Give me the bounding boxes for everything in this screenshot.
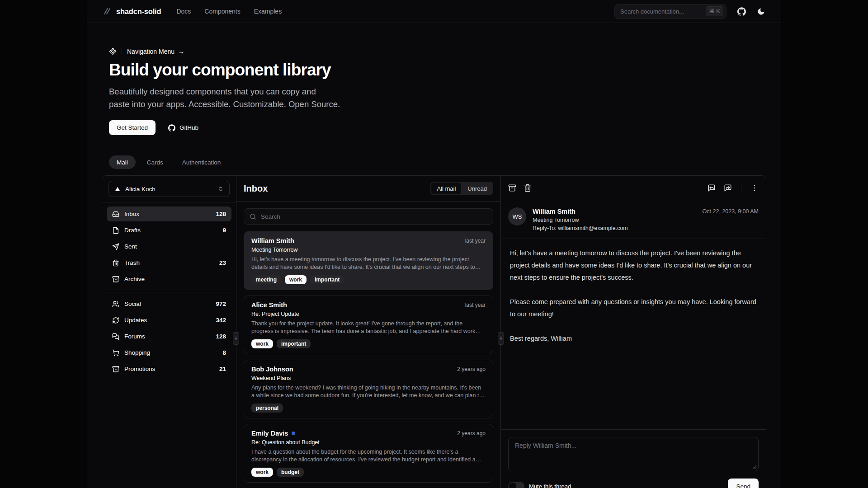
sidebar-item-count: 128 [216, 333, 226, 340]
sidebar-item-shopping[interactable]: Shopping 8 [107, 345, 231, 360]
pane-resize-handle[interactable] [233, 332, 239, 345]
filter-all-mail[interactable]: All mail [431, 183, 461, 194]
email-detail-header: WS William Smith Meeting Tomorrow Reply-… [501, 200, 766, 239]
mail-search [244, 208, 493, 225]
reply-button[interactable] [708, 184, 716, 192]
sidebar-item-archive[interactable]: Archive [107, 272, 231, 286]
label-badge[interactable]: work [251, 468, 273, 477]
get-started-button[interactable]: Get Started [109, 120, 156, 135]
refresh-icon [112, 317, 119, 324]
archive-icon [112, 366, 119, 373]
sidebar-item-inbox[interactable]: Inbox 128 [107, 206, 231, 221]
email-subject: Meeting Tomorrow [251, 247, 486, 253]
account-switcher[interactable]: Alicia Koch [108, 181, 230, 197]
mail-list-item[interactable]: Alice Smith last year Re: Project Update… [244, 296, 493, 354]
github-icon[interactable] [737, 7, 746, 16]
email-snippet: Thank you for the project update. It loo… [251, 320, 486, 335]
sidebar-item-count: 9 [222, 227, 226, 234]
sidebar-item-label: Social [124, 300, 141, 307]
label-badge[interactable]: important [277, 339, 311, 348]
unread-dot [292, 432, 295, 435]
reply-textarea[interactable] [509, 437, 758, 471]
sidebar-item-count: 128 [216, 211, 226, 217]
shopping-cart-icon [112, 349, 119, 357]
email-time: 2 years ago [457, 366, 486, 372]
sidebar-item-label: Shopping [124, 349, 150, 356]
arrow-right-icon: → [178, 48, 184, 55]
reply-section: Mute this thread Send [501, 429, 766, 488]
sidebar-item-drafts[interactable]: Drafts 9 [107, 223, 231, 238]
sidebar-item-count: 8 [222, 349, 226, 356]
mail-list-item[interactable]: William Smith last year Meeting Tomorrow… [244, 231, 493, 290]
sidebar-item-social[interactable]: Social 972 [107, 296, 231, 311]
mail-sidebar: Alicia Koch Inbox 128 Drafts 9 [102, 176, 236, 488]
email-sender: William Smith [251, 237, 294, 244]
navbar-actions: Search documentation... ⌘ K [614, 4, 765, 19]
nav-link-examples[interactable]: Examples [254, 8, 282, 15]
announcement-link[interactable]: Navigation Menu → [109, 47, 759, 55]
inbox-title: Inbox [244, 183, 268, 194]
sidebar-item-label: Sent [124, 243, 137, 250]
sidebar-item-promotions[interactable]: Promotions 21 [107, 361, 231, 376]
mute-thread-switch[interactable] [508, 482, 524, 488]
avatar: WS [508, 207, 526, 225]
mail-filter-toggle: All mail Unread [430, 182, 493, 195]
more-menu-button[interactable] [750, 184, 759, 192]
trash-button[interactable] [524, 184, 532, 192]
nav-links: Docs Components Examples [176, 8, 282, 15]
label-badge[interactable]: personal [251, 404, 283, 413]
hero-subtitle-line2: paste into your apps. Accessible. Custom… [109, 98, 759, 111]
nav-link-docs[interactable]: Docs [176, 8, 191, 15]
component-icon [109, 47, 117, 55]
tab-mail[interactable]: Mail [109, 155, 136, 169]
messages-square-icon [112, 333, 119, 340]
sidebar-item-label: Archive [124, 276, 145, 282]
mail-app: Alicia Koch Inbox 128 Drafts 9 [102, 175, 766, 488]
hero-subtitle: Beautifully designed components that you… [109, 85, 759, 111]
label-badge[interactable]: important [310, 275, 344, 284]
moon-icon[interactable] [757, 7, 765, 16]
label-badge[interactable]: work [285, 275, 307, 284]
search-docs-placeholder: Search documentation... [620, 8, 684, 15]
mail-list-pane: Inbox All mail Unread William Smith [236, 176, 501, 488]
detail-sender-name: William Smith [533, 208, 628, 215]
sidebar-item-label: Trash [124, 259, 140, 266]
brand[interactable]: shadcn-solid [103, 7, 161, 16]
toolbar-divider [741, 183, 741, 193]
tab-authentication[interactable]: Authentication [175, 155, 229, 169]
page: shadcn-solid Docs Components Examples Se… [87, 0, 781, 488]
mute-thread-label: Mute this thread [529, 483, 571, 488]
chevrons-up-down-icon [217, 186, 224, 192]
eyebrow-label: Navigation Menu [127, 48, 175, 55]
label-badge[interactable]: work [251, 339, 273, 348]
folder-nav: Inbox 128 Drafts 9 Sent Trash 23 [102, 202, 236, 292]
sidebar-item-count: 23 [219, 259, 226, 266]
forward-button[interactable] [724, 184, 732, 192]
sidebar-item-trash[interactable]: Trash 23 [107, 255, 231, 270]
tab-cards[interactable]: Cards [139, 155, 171, 169]
send-button[interactable]: Send [728, 479, 759, 488]
archive-button[interactable] [508, 184, 516, 192]
sidebar-item-label: Promotions [124, 366, 155, 372]
send-icon [112, 243, 119, 250]
switch-thumb [509, 483, 516, 488]
nav-link-components[interactable]: Components [204, 8, 240, 15]
mail-list-item[interactable]: Bob Johnson 2 years ago Weekend Plans An… [244, 360, 493, 418]
email-body-paragraph: Hi, let's have a meeting tomorrow to dis… [510, 247, 757, 284]
pane-resize-handle[interactable] [498, 332, 504, 345]
sidebar-item-sent[interactable]: Sent [107, 239, 231, 254]
filter-unread[interactable]: Unread [462, 183, 492, 194]
label-badge[interactable]: meeting [251, 275, 281, 284]
account-name: Alicia Koch [125, 186, 156, 192]
sidebar-item-count: 972 [216, 300, 226, 307]
sidebar-item-forums[interactable]: Forums 128 [107, 329, 231, 344]
hero-subtitle-line1: Beautifully designed components that you… [109, 85, 759, 98]
github-button[interactable]: GitHub [162, 120, 205, 135]
mail-list-item[interactable]: Emily Davis 2 years ago Re: Question abo… [244, 424, 493, 483]
search-docs-button[interactable]: Search documentation... ⌘ K [614, 4, 726, 19]
label-badge[interactable]: budget [277, 468, 304, 477]
detail-subject: Meeting Tomorrow [533, 217, 628, 223]
hero-actions: Get Started GitHub [109, 120, 759, 135]
sidebar-item-updates[interactable]: Updates 342 [107, 313, 231, 328]
mail-search-input[interactable] [261, 213, 487, 220]
